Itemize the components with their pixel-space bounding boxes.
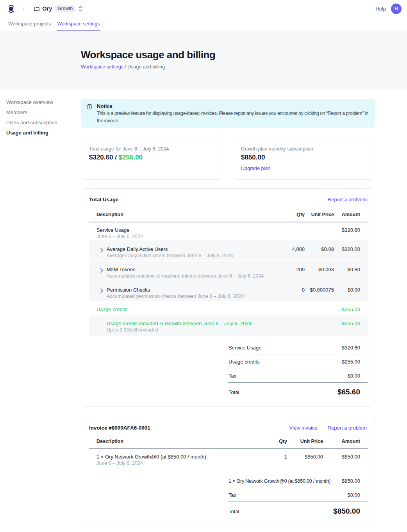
view-invoice-link[interactable]: View invoice	[289, 425, 318, 431]
invoice-report-problem-link[interactable]: Report a problem	[328, 425, 367, 431]
summary-row-total: Total $65.60	[228, 383, 368, 401]
invoice-col-qty: Qty	[248, 438, 287, 449]
notice-banner: Notice This is a preview feature for dis…	[81, 99, 375, 128]
invoice-line-desc: 1 × Ory Network Growth@0 (at $850.00 / m…	[89, 449, 248, 469]
plan-card-value: $850.00	[241, 154, 367, 161]
usage-report-problem-link[interactable]: Report a problem	[328, 197, 367, 202]
summary-value: -$255.00	[340, 359, 360, 365]
content-layout: Workspace overview Members Plans and sub…	[0, 89, 407, 525]
usage-col-unit-price: Unit Price	[305, 211, 334, 222]
folder-icon	[34, 5, 40, 12]
page-header: Workspace usage and billing Workspace se…	[0, 31, 407, 89]
total-usage-panel: Total Usage Report a problem Description…	[81, 188, 375, 407]
summary-label: Usage credits	[228, 359, 259, 365]
invoice-col-amount: Amount	[323, 438, 368, 449]
invoice-panel-links: View invoice Report a problem	[289, 425, 367, 431]
notice-text: Notice This is a preview feature for dis…	[97, 103, 371, 125]
ory-logo[interactable]	[8, 4, 14, 14]
service-usage-desc: Service Usage June 6 – July 6, 2024	[89, 222, 266, 240]
usage-included-amount: $255.00	[119, 154, 143, 161]
tab-workspace-projects[interactable]: Workspace projects	[7, 17, 52, 31]
summary-row-total: Total $850.00	[228, 502, 368, 520]
help-link[interactable]: Help	[375, 6, 386, 12]
workspace-name: Ory	[42, 5, 52, 12]
ory-logo-icon	[8, 4, 14, 14]
workspace-tabs: Workspace projects Workspace settings	[0, 17, 407, 31]
summary-label: Tax	[228, 373, 236, 379]
summary-label: Tax	[228, 492, 236, 498]
usage-col-amount: Amount	[334, 211, 368, 222]
invoice-summary: 1 × Ory Network Growth@0 (at $850.00 / m…	[228, 474, 368, 520]
user-avatar[interactable]: H	[391, 4, 402, 14]
chevron-right-icon[interactable]	[100, 248, 103, 253]
upgrade-plan-link[interactable]: Upgrade plan	[241, 166, 270, 171]
stat-cards: Total usage for June 6 – July 6, 2024 $3…	[81, 138, 375, 180]
invoice-col-unit-price: Unit Price	[287, 438, 323, 449]
chevron-right-icon[interactable]	[100, 268, 103, 273]
row-description: Accumulated machine-to-machine tokens be…	[107, 273, 266, 279]
usage-panel-title: Total Usage	[89, 197, 119, 203]
line-item-amount: $0.60	[334, 261, 368, 281]
total-value: $850.00	[333, 507, 360, 516]
breadcrumb-link-workspace-settings[interactable]: Workspace settings	[81, 64, 123, 70]
plan-card-label: Growth plan monthly subscription	[241, 146, 367, 152]
breadcrumb: Workspace settings / Usage and billing	[81, 64, 407, 70]
line-item-qty: 4,000	[266, 240, 305, 261]
invoice-line-unit-price: $850.00	[287, 449, 323, 469]
usage-credits-label: Usage credits	[96, 306, 266, 312]
total-usage-card-value: $320.60 / $255.00	[89, 154, 215, 161]
invoice-panel-header: Invoice #8099AFA6-0001 View invoice Repo…	[89, 425, 367, 431]
settings-sidebar: Workspace overview Members Plans and sub…	[6, 89, 81, 140]
sidebar-item-plans-and-subscription[interactable]: Plans and subscription	[6, 120, 81, 126]
line-item-desc: Average Daily Active Users Average Daily…	[89, 240, 266, 261]
credit-detail-title: Usage credits included in Growth between…	[107, 321, 266, 326]
top-bar: / Ory Growth Help H	[0, 0, 407, 17]
summary-value: $0.00	[347, 373, 360, 379]
invoice-table-header-row: Description Qty Unit Price Amount	[89, 438, 368, 449]
summary-row: 1 × Ory Network Growth@0 (at $850.00 / m…	[228, 474, 368, 488]
usage-separator: /	[113, 154, 118, 161]
invoice-line-item-row: 1 × Ory Network Growth@0 (at $850.00 / m…	[89, 449, 368, 469]
row-period: June 6 – July 6, 2024	[96, 460, 248, 466]
usage-table-header-row: Description Qty Unit Price Amount	[89, 211, 368, 222]
credit-detail-subtitle: Up to $ 255.00 included	[107, 327, 266, 333]
summary-label: Service Usage	[228, 345, 262, 351]
line-item-amount: $0.00	[334, 281, 368, 301]
line-item-desc: Permission Checks Accumulated permission…	[89, 281, 266, 301]
usage-used-amount: $320.60	[89, 154, 113, 161]
total-usage-card-label: Total usage for June 6 – July 6, 2024	[89, 146, 215, 152]
usage-panel-header: Total Usage Report a problem	[89, 197, 367, 203]
usage-col-qty: Qty	[266, 211, 305, 222]
service-usage-row: Service Usage June 6 – July 6, 2024 $320…	[89, 222, 368, 240]
total-label: Total	[228, 389, 239, 395]
tab-workspace-settings[interactable]: Workspace settings	[57, 17, 101, 31]
summary-value: $0.00	[347, 492, 360, 498]
page-title: Workspace usage and billing	[81, 48, 407, 61]
service-usage-amount: $320.60	[334, 222, 368, 240]
line-item-unit-price: $0.003	[305, 261, 334, 281]
total-usage-card: Total usage for June 6 – July 6, 2024 $3…	[81, 138, 223, 180]
chevron-right-icon[interactable]	[100, 288, 103, 293]
info-icon	[87, 104, 92, 109]
sidebar-item-members[interactable]: Members	[6, 109, 81, 116]
workspace-switcher-button[interactable]	[75, 6, 82, 12]
invoice-panel-title: Invoice #8099AFA6-0001	[89, 425, 150, 431]
invoice-line-amount: $850.00	[323, 449, 368, 469]
row-title: Service Usage	[96, 227, 266, 233]
summary-value: $320.60	[342, 345, 360, 351]
summary-value: $850.00	[342, 478, 360, 484]
row-description: Average Daily Active Users between June …	[107, 253, 266, 259]
sidebar-item-usage-and-billing[interactable]: Usage and billing	[6, 130, 81, 136]
sidebar-item-workspace-overview[interactable]: Workspace overview	[6, 99, 81, 106]
usage-line-item-row[interactable]: Permission Checks Accumulated permission…	[89, 281, 368, 301]
row-title: Permission Checks	[107, 287, 266, 293]
summary-label: 1 × Ory Network Growth@0 (at $850.00 / m…	[228, 478, 330, 484]
plan-badge: Growth	[55, 5, 75, 12]
breadcrumb-current: / Usage and billing	[123, 64, 165, 70]
summary-row-tax: Tax $0.00	[228, 488, 368, 502]
usage-line-item-row[interactable]: M2M Tokens Accumulated machine-to-machin…	[89, 261, 368, 281]
credit-detail-amount: -$255.00	[334, 315, 368, 336]
usage-line-item-row[interactable]: Average Daily Active Users Average Daily…	[89, 240, 368, 261]
line-item-qty: 0	[266, 281, 305, 301]
row-title: M2M Tokens	[107, 267, 266, 272]
